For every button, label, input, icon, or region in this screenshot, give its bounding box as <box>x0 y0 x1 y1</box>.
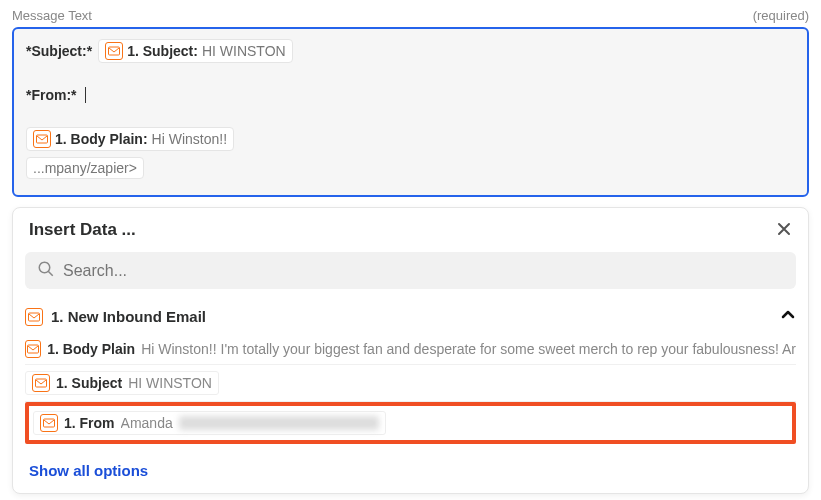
search-input[interactable] <box>63 262 784 280</box>
mail-icon <box>25 340 41 358</box>
subject-token-value: HI WINSTON <box>202 43 286 59</box>
svg-point-2 <box>39 262 50 273</box>
panel-header: Insert Data ... <box>13 208 808 252</box>
option-body-plain[interactable]: 1. Body Plain Hi Winston!! I'm totally y… <box>25 334 796 365</box>
group-title: 1. New Inbound Email <box>51 308 206 325</box>
highlighted-option: 1. From Amanda <box>25 402 796 444</box>
text-caret <box>85 87 86 103</box>
subject-token-label: 1. Subject: <box>127 43 198 59</box>
show-all-options-link[interactable]: Show all options <box>29 462 148 479</box>
insert-data-panel: Insert Data ... 1. New Inbound Email <box>12 207 809 494</box>
field-label: Message Text <box>12 8 92 23</box>
mail-icon <box>32 374 50 392</box>
chevron-up-icon <box>780 307 796 326</box>
message-text-editor[interactable]: *Subject:* 1. Subject: HI WINSTON *From:… <box>12 27 809 197</box>
option-value: HI WINSTON <box>128 375 212 391</box>
option-from[interactable]: 1. From Amanda <box>33 409 788 437</box>
svg-rect-0 <box>109 47 120 55</box>
mail-icon <box>105 42 123 60</box>
truncated-token[interactable]: ...mpany/zapier> <box>26 157 144 179</box>
svg-line-3 <box>48 271 53 276</box>
option-list: 1. Body Plain Hi Winston!! I'm totally y… <box>13 334 808 450</box>
body-token[interactable]: 1. Body Plain: Hi Winston!! <box>26 127 234 151</box>
group-header[interactable]: 1. New Inbound Email <box>13 297 808 334</box>
truncated-token-text: ...mpany/zapier> <box>33 160 137 176</box>
mail-icon <box>40 414 58 432</box>
option-label: 1. From <box>64 415 115 431</box>
editor-line-trunc: ...mpany/zapier> <box>26 157 795 179</box>
redacted-text <box>179 416 379 430</box>
search-icon <box>37 260 55 281</box>
search-field[interactable] <box>25 252 796 289</box>
option-subject[interactable]: 1. Subject HI WINSTON <box>25 365 796 402</box>
svg-rect-6 <box>36 379 47 387</box>
editor-line-body: 1. Body Plain: Hi Winston!! <box>26 127 795 151</box>
svg-rect-4 <box>29 313 40 321</box>
mail-icon <box>33 130 51 148</box>
editor-line-subject: *Subject:* 1. Subject: HI WINSTON <box>26 39 795 63</box>
option-label: 1. Body Plain <box>47 341 135 357</box>
option-value: Amanda <box>121 415 173 431</box>
mail-icon <box>25 308 43 326</box>
required-indicator: (required) <box>753 8 809 23</box>
svg-rect-5 <box>28 345 39 353</box>
from-prefix: *From:* <box>26 87 77 103</box>
option-value: Hi Winston!! I'm totally your biggest fa… <box>141 341 796 357</box>
editor-line-from: *From:* <box>26 87 795 103</box>
body-token-label: 1. Body Plain: <box>55 131 148 147</box>
option-label: 1. Subject <box>56 375 122 391</box>
panel-title: Insert Data ... <box>29 220 136 240</box>
svg-rect-1 <box>37 135 48 143</box>
show-all-row: Show all options <box>13 450 808 493</box>
body-token-value: Hi Winston!! <box>152 131 227 147</box>
close-icon[interactable] <box>776 220 792 240</box>
field-header: Message Text (required) <box>12 8 809 23</box>
subject-token[interactable]: 1. Subject: HI WINSTON <box>98 39 293 63</box>
svg-rect-7 <box>44 419 55 427</box>
subject-prefix: *Subject:* <box>26 43 92 59</box>
